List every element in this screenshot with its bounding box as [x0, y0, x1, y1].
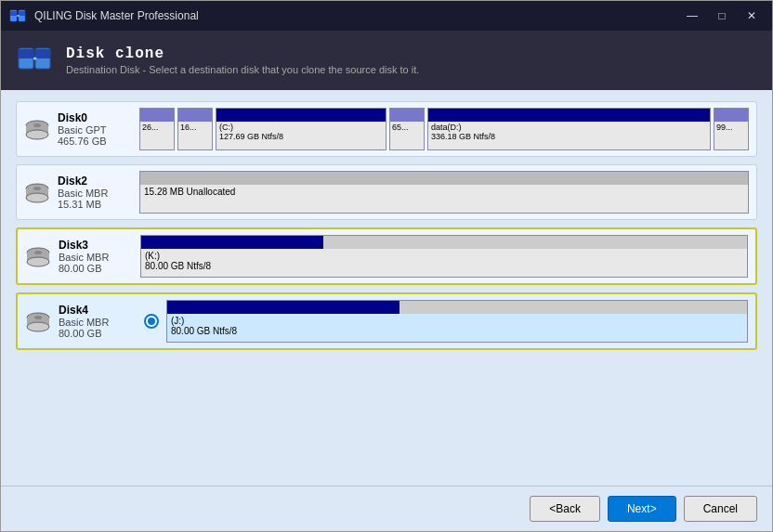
svg-rect-9 [35, 49, 50, 58]
disk0-part3-label: (C:)127.69 GB Ntfs/8 [216, 122, 386, 149]
disk0-part5-label: data(D:)336.18 GB Ntfs/8 [428, 122, 710, 149]
disk2-type: Basic MBR [58, 188, 132, 199]
disk4-name: Disk4 [59, 304, 133, 317]
disk0-part1-label: 26... [140, 122, 174, 149]
header-text-block: Disk clone Destination Disk - Select a d… [66, 45, 419, 75]
titlebar: QILING Disk Master Professional — □ ✕ [1, 1, 772, 31]
back-button[interactable]: <Back [530, 496, 600, 522]
disk2-part1-label: 15.28 MB Unallocated [140, 185, 748, 213]
disk4-partitions: (J:)80.00 GB Ntfs/8 [166, 300, 748, 343]
disk3-name: Disk3 [59, 239, 133, 252]
disk4-part1-label: (J:)80.00 GB Ntfs/8 [167, 314, 747, 342]
disk0-partitions: 26... 16... (C:)127.69 GB Ntfs/8 65... [139, 108, 749, 150]
disk2-name: Disk2 [58, 175, 132, 188]
disk-row-disk4[interactable]: Disk4 Basic MBR 80.00 GB (J:)80.00 GB Nt… [16, 292, 757, 350]
next-button[interactable]: Next> [608, 496, 676, 522]
disk0-icon [24, 116, 50, 142]
svg-point-18 [26, 193, 48, 202]
disk3-info: Disk3 Basic MBR 80.00 GB [59, 239, 133, 274]
content-area: Disk0 Basic GPT 465.76 GB 26... 16... [1, 90, 772, 486]
cancel-button[interactable]: Cancel [684, 496, 757, 522]
disk4-size: 80.00 GB [59, 328, 133, 339]
svg-point-19 [33, 187, 41, 190]
disk0-part1: 26... [139, 108, 175, 150]
disk3-size: 80.00 GB [59, 263, 133, 274]
svg-point-14 [26, 130, 48, 139]
window-controls: — □ ✕ [679, 6, 765, 26]
disk0-size: 465.76 GB [58, 136, 132, 147]
disk0-part3: (C:)127.69 GB Ntfs/8 [216, 108, 386, 150]
disk0-type: Basic GPT [58, 124, 132, 136]
disk0-part2: 16... [177, 108, 213, 150]
disk4-icon [25, 308, 51, 334]
svg-point-15 [33, 123, 41, 127]
disk2-icon [24, 179, 50, 205]
minimize-button[interactable]: — [679, 6, 705, 26]
app-icon [8, 6, 27, 25]
svg-rect-7 [19, 49, 33, 58]
svg-rect-1 [10, 11, 17, 16]
disk2-info: Disk2 Basic MBR 15.31 MB [58, 175, 132, 210]
disk2-partitions: 15.28 MB Unallocated [139, 171, 749, 214]
svg-point-23 [34, 251, 42, 254]
svg-rect-3 [19, 11, 25, 16]
disk0-part5: data(D:)336.18 GB Ntfs/8 [427, 108, 711, 150]
disk3-type: Basic MBR [59, 252, 133, 263]
page-subtitle: Destination Disk - Select a destination … [66, 64, 419, 75]
header-icon [16, 42, 53, 79]
disk-row-disk2[interactable]: Disk2 Basic MBR 15.31 MB 15.28 MB Unallo… [16, 164, 757, 220]
svg-point-26 [27, 322, 49, 331]
header: Disk clone Destination Disk - Select a d… [1, 31, 772, 90]
close-button[interactable]: ✕ [739, 6, 765, 26]
disk-row-disk3[interactable]: Disk3 Basic MBR 80.00 GB (K:)80.00 GB Nt… [16, 227, 757, 285]
disk4-info: Disk4 Basic MBR 80.00 GB [59, 304, 133, 339]
disk4-radio[interactable] [144, 314, 159, 329]
disk4-type: Basic MBR [59, 317, 133, 328]
disk0-part2-label: 16... [178, 122, 212, 149]
disk0-part6: 99... [714, 108, 749, 150]
disk3-partitions: (K:)80.00 GB Ntfs/8 [140, 235, 748, 278]
footer: <Back Next> Cancel [1, 486, 772, 531]
svg-point-22 [27, 257, 49, 266]
disk2-size: 15.31 MB [58, 199, 132, 210]
disk3-icon [25, 243, 51, 269]
disk0-part4-label: 65... [390, 122, 424, 149]
maximize-button[interactable]: □ [709, 6, 735, 26]
page-title: Disk clone [66, 45, 419, 62]
app-title: QILING Disk Master Professional [34, 9, 679, 22]
svg-point-27 [34, 316, 42, 319]
disk-row-disk0[interactable]: Disk0 Basic GPT 465.76 GB 26... 16... [16, 101, 757, 157]
disk0-part6-label: 99... [714, 122, 748, 149]
disk3-part1-label: (K:)80.00 GB Ntfs/8 [141, 249, 747, 277]
disk0-info: Disk0 Basic GPT 465.76 GB [58, 111, 132, 147]
disk0-name: Disk0 [58, 111, 132, 124]
disk0-part4: 65... [389, 108, 425, 150]
main-window: QILING Disk Master Professional — □ ✕ Di… [0, 0, 773, 532]
